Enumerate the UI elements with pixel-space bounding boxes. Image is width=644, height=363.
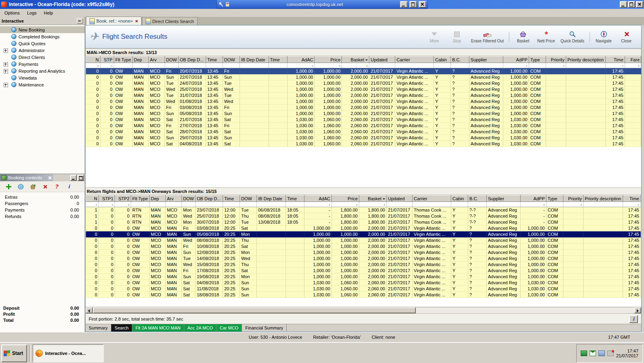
expand-icon[interactable]: [4, 62, 8, 67]
column-header-adpp[interactable]: AdPP: [521, 195, 546, 202]
table-row[interactable]: 00OWMANMCOTue24/07/201813:45Tue1,000.001…: [86, 80, 641, 86]
filter-cell[interactable]: [114, 63, 132, 68]
close-button[interactable]: [636, 1, 643, 8]
column-header-carrier[interactable]: Carrier: [413, 195, 451, 202]
table-row[interactable]: 00OWMANMCOSun29/07/201813:45Sun1,030.001…: [86, 135, 641, 141]
column-header-cabin[interactable]: Cabin: [451, 195, 468, 202]
filter-cell[interactable]: -: [563, 202, 584, 207]
column-header-ib-dep-date[interactable]: IB Dep Date: [257, 195, 286, 202]
volume-muted-icon[interactable]: [607, 350, 614, 356]
filter-cell[interactable]: [395, 63, 434, 68]
bottom-tab-financial-summary[interactable]: Financial Summary: [242, 324, 287, 332]
rdp-restore-button[interactable]: [409, 1, 417, 8]
filter-cell[interactable]: [132, 63, 148, 68]
navigate-button[interactable]: Navigate: [593, 29, 615, 44]
booking-contents-caption[interactable]: Booking contents: [0, 174, 53, 181]
column-header-n[interactable]: N: [86, 57, 100, 63]
filter-cell[interactable]: [196, 202, 223, 207]
maximize-button[interactable]: [628, 1, 635, 8]
column-header-adpp[interactable]: AdPP: [503, 57, 529, 63]
column-header-arv[interactable]: Arv: [166, 195, 182, 202]
menu-options[interactable]: Options: [1, 10, 23, 16]
filter-cell[interactable]: [150, 202, 166, 207]
expand-icon[interactable]: [4, 48, 8, 53]
bottom-tab-summary[interactable]: Summary: [85, 324, 111, 332]
panel-maximize-button[interactable]: [77, 175, 84, 181]
table-row[interactable]: 00OWMANMCOSat21/07/201813:45Sat1,030.001…: [86, 117, 641, 123]
column-header-dow[interactable]: DOW: [182, 195, 196, 202]
column-header-flt-type[interactable]: Flt Type: [114, 57, 132, 63]
filter-cell[interactable]: [451, 202, 468, 207]
globe-icon[interactable]: [17, 183, 24, 190]
table-row[interactable]: 000OWMCOMANSat18/08/201820:25Sun1,030.00…: [86, 292, 641, 298]
column-header-ob-dep-d[interactable]: OB Dep D...: [178, 57, 206, 63]
table-row[interactable]: 000OWMCOMANSun12/08/201820:25Mon1,000.00…: [86, 250, 641, 256]
sidebar-item-completed-bookings[interactable]: Completed Bookings: [0, 33, 85, 40]
filter-cell[interactable]: -: [86, 202, 99, 207]
filter-cell[interactable]: [269, 63, 287, 68]
column-header-flt-type[interactable]: Flt Type: [131, 195, 150, 202]
pin-icon[interactable]: [218, 2, 223, 7]
table-row[interactable]: 000OWMCOMANWed08/08/201820:25Thu1,000.00…: [86, 237, 641, 243]
column-header-stp[interactable]: STP: [100, 57, 114, 63]
erase-filtered-out-button[interactable]: Erase Filtered Out: [469, 29, 506, 44]
filter-cell[interactable]: -: [115, 202, 131, 207]
table-row[interactable]: 00OWMANMCOSat04/08/201813:45Sat1,030.001…: [86, 141, 641, 147]
column-header-basket[interactable]: Basket: [359, 195, 387, 202]
column-header-n[interactable]: N: [86, 195, 99, 202]
column-header-time[interactable]: Time: [286, 195, 304, 202]
column-header-priority-description[interactable]: Priority description: [584, 195, 623, 202]
table-row[interactable]: 00OWMANMCOFri03/08/201813:45Fri1,000.001…: [86, 105, 641, 111]
sidebar-item-direct-clients[interactable]: Direct Clients: [0, 54, 85, 61]
basket-button[interactable]: Basket: [512, 29, 534, 44]
bottom-tab-flt-2a-man-mco-man[interactable]: Flt 2A MAN MCO MAN: [132, 324, 184, 332]
sidebar-item-reporting-and-analytics[interactable]: Reporting and Analytics: [0, 67, 85, 74]
tab-book-ref-none[interactable]: Book. ref.: <none>: [86, 17, 142, 25]
filter-cell[interactable]: [487, 202, 521, 207]
sidebar-item-payments[interactable]: Payments: [0, 61, 85, 67]
column-header-cabin[interactable]: Cabin: [434, 57, 451, 63]
filter-cell[interactable]: [566, 63, 605, 68]
expand-icon[interactable]: [4, 83, 8, 87]
bottom-tab-car-mco[interactable]: Car MCO: [217, 324, 242, 332]
table-row[interactable]: 100RTNMANMCOMon23/07/201812:00Tue06/08/2…: [86, 207, 641, 213]
scroll-left-button[interactable]: [85, 307, 93, 313]
column-header-time[interactable]: Time: [223, 195, 240, 202]
table-row[interactable]: 000OWMCOMANFri17/08/201820:25Sat1,000.00…: [86, 268, 641, 274]
filter-cell[interactable]: [206, 63, 223, 68]
table-row[interactable]: 00OWMANMCOSun05/08/201813:45Sun1,000.001…: [86, 111, 641, 117]
filter-cell[interactable]: [413, 202, 451, 207]
table-row[interactable]: 00OWMANMCOSat28/07/201813:45Sat1,030.001…: [86, 129, 641, 135]
column-header-dow[interactable]: DOW: [223, 57, 240, 63]
filter-cell[interactable]: -: [332, 202, 359, 207]
sidebar-item-quick-quotes[interactable]: Quick Quotes: [0, 40, 85, 47]
sidebar-item-administrator[interactable]: Administrator: [0, 47, 85, 54]
network-icon[interactable]: [581, 350, 587, 356]
nett-price-button[interactable]: *Nett Price: [535, 29, 557, 44]
filter-cell[interactable]: [584, 202, 623, 207]
column-header-time[interactable]: Time: [623, 195, 641, 202]
column-header-dep[interactable]: Dep: [150, 195, 166, 202]
filter-cell[interactable]: [451, 63, 469, 68]
filter-cell[interactable]: [469, 63, 503, 68]
panel-minimize-button[interactable]: [70, 175, 77, 181]
scrollbar-track[interactable]: [416, 307, 634, 313]
filter-cell[interactable]: -: [342, 63, 369, 68]
column-header-ib-dep-date[interactable]: IB Dep Date: [240, 57, 269, 63]
column-header-basket[interactable]: Basket: [342, 57, 369, 63]
column-header-adac[interactable]: AdAC: [304, 195, 332, 202]
column-header-price[interactable]: Price: [315, 57, 342, 63]
menu-logs[interactable]: Logs: [23, 10, 40, 16]
column-header-priority[interactable]: Priority: [563, 195, 584, 202]
filter-cell[interactable]: -: [315, 63, 342, 68]
filter-cell[interactable]: [546, 202, 563, 207]
table-row[interactable]: 000OWMCOMANFri03/08/201820:25Sat1,000.00…: [86, 225, 641, 231]
mail-icon[interactable]: [590, 350, 596, 356]
column-header-type[interactable]: Type: [529, 57, 546, 63]
column-header-time[interactable]: Time: [269, 57, 287, 63]
sidebar-item-maintenance[interactable]: Maintenance: [0, 81, 85, 88]
column-header-price[interactable]: Price: [332, 195, 359, 202]
booking-content-row[interactable]: Passengers0: [0, 200, 85, 207]
filter-cell[interactable]: -: [625, 63, 641, 68]
filter-cell[interactable]: [468, 202, 487, 207]
